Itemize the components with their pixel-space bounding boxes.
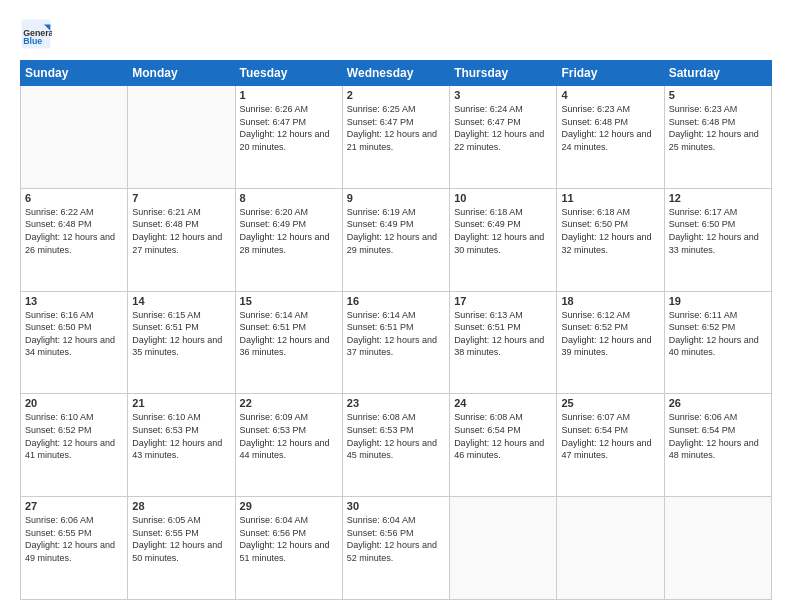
day-number: 6 bbox=[25, 192, 123, 204]
day-info: Sunrise: 6:10 AM Sunset: 6:53 PM Dayligh… bbox=[132, 411, 230, 461]
day-number: 12 bbox=[669, 192, 767, 204]
day-number: 9 bbox=[347, 192, 445, 204]
weekday-tuesday: Tuesday bbox=[235, 61, 342, 86]
day-info: Sunrise: 6:05 AM Sunset: 6:55 PM Dayligh… bbox=[132, 514, 230, 564]
day-number: 2 bbox=[347, 89, 445, 101]
day-number: 22 bbox=[240, 397, 338, 409]
calendar-cell: 20Sunrise: 6:10 AM Sunset: 6:52 PM Dayli… bbox=[21, 394, 128, 497]
calendar-cell: 12Sunrise: 6:17 AM Sunset: 6:50 PM Dayli… bbox=[664, 188, 771, 291]
day-info: Sunrise: 6:23 AM Sunset: 6:48 PM Dayligh… bbox=[561, 103, 659, 153]
week-row-2: 6Sunrise: 6:22 AM Sunset: 6:48 PM Daylig… bbox=[21, 188, 772, 291]
day-info: Sunrise: 6:14 AM Sunset: 6:51 PM Dayligh… bbox=[240, 309, 338, 359]
day-number: 19 bbox=[669, 295, 767, 307]
header: General Blue bbox=[20, 18, 772, 50]
calendar-cell bbox=[21, 86, 128, 189]
day-info: Sunrise: 6:26 AM Sunset: 6:47 PM Dayligh… bbox=[240, 103, 338, 153]
day-info: Sunrise: 6:21 AM Sunset: 6:48 PM Dayligh… bbox=[132, 206, 230, 256]
day-number: 7 bbox=[132, 192, 230, 204]
calendar-cell: 3Sunrise: 6:24 AM Sunset: 6:47 PM Daylig… bbox=[450, 86, 557, 189]
day-number: 5 bbox=[669, 89, 767, 101]
calendar-cell: 22Sunrise: 6:09 AM Sunset: 6:53 PM Dayli… bbox=[235, 394, 342, 497]
week-row-5: 27Sunrise: 6:06 AM Sunset: 6:55 PM Dayli… bbox=[21, 497, 772, 600]
day-number: 13 bbox=[25, 295, 123, 307]
calendar-cell: 2Sunrise: 6:25 AM Sunset: 6:47 PM Daylig… bbox=[342, 86, 449, 189]
day-number: 17 bbox=[454, 295, 552, 307]
week-row-3: 13Sunrise: 6:16 AM Sunset: 6:50 PM Dayli… bbox=[21, 291, 772, 394]
calendar-cell: 1Sunrise: 6:26 AM Sunset: 6:47 PM Daylig… bbox=[235, 86, 342, 189]
day-number: 27 bbox=[25, 500, 123, 512]
day-number: 23 bbox=[347, 397, 445, 409]
day-info: Sunrise: 6:16 AM Sunset: 6:50 PM Dayligh… bbox=[25, 309, 123, 359]
calendar-cell bbox=[664, 497, 771, 600]
day-info: Sunrise: 6:24 AM Sunset: 6:47 PM Dayligh… bbox=[454, 103, 552, 153]
day-number: 3 bbox=[454, 89, 552, 101]
calendar-cell: 28Sunrise: 6:05 AM Sunset: 6:55 PM Dayli… bbox=[128, 497, 235, 600]
calendar-cell: 4Sunrise: 6:23 AM Sunset: 6:48 PM Daylig… bbox=[557, 86, 664, 189]
day-info: Sunrise: 6:10 AM Sunset: 6:52 PM Dayligh… bbox=[25, 411, 123, 461]
week-row-4: 20Sunrise: 6:10 AM Sunset: 6:52 PM Dayli… bbox=[21, 394, 772, 497]
day-info: Sunrise: 6:04 AM Sunset: 6:56 PM Dayligh… bbox=[347, 514, 445, 564]
calendar-cell bbox=[128, 86, 235, 189]
day-info: Sunrise: 6:22 AM Sunset: 6:48 PM Dayligh… bbox=[25, 206, 123, 256]
day-number: 26 bbox=[669, 397, 767, 409]
weekday-header-row: SundayMondayTuesdayWednesdayThursdayFrid… bbox=[21, 61, 772, 86]
day-number: 24 bbox=[454, 397, 552, 409]
page: General Blue SundayMondayTuesdayWednesda… bbox=[0, 0, 792, 612]
day-info: Sunrise: 6:06 AM Sunset: 6:55 PM Dayligh… bbox=[25, 514, 123, 564]
day-info: Sunrise: 6:11 AM Sunset: 6:52 PM Dayligh… bbox=[669, 309, 767, 359]
day-number: 11 bbox=[561, 192, 659, 204]
weekday-wednesday: Wednesday bbox=[342, 61, 449, 86]
calendar-cell: 15Sunrise: 6:14 AM Sunset: 6:51 PM Dayli… bbox=[235, 291, 342, 394]
calendar-cell: 23Sunrise: 6:08 AM Sunset: 6:53 PM Dayli… bbox=[342, 394, 449, 497]
calendar-cell: 5Sunrise: 6:23 AM Sunset: 6:48 PM Daylig… bbox=[664, 86, 771, 189]
calendar-cell: 9Sunrise: 6:19 AM Sunset: 6:49 PM Daylig… bbox=[342, 188, 449, 291]
day-number: 15 bbox=[240, 295, 338, 307]
day-info: Sunrise: 6:12 AM Sunset: 6:52 PM Dayligh… bbox=[561, 309, 659, 359]
day-number: 4 bbox=[561, 89, 659, 101]
day-info: Sunrise: 6:15 AM Sunset: 6:51 PM Dayligh… bbox=[132, 309, 230, 359]
calendar-cell: 8Sunrise: 6:20 AM Sunset: 6:49 PM Daylig… bbox=[235, 188, 342, 291]
day-info: Sunrise: 6:18 AM Sunset: 6:49 PM Dayligh… bbox=[454, 206, 552, 256]
calendar-cell: 25Sunrise: 6:07 AM Sunset: 6:54 PM Dayli… bbox=[557, 394, 664, 497]
calendar-cell: 7Sunrise: 6:21 AM Sunset: 6:48 PM Daylig… bbox=[128, 188, 235, 291]
calendar-cell: 24Sunrise: 6:08 AM Sunset: 6:54 PM Dayli… bbox=[450, 394, 557, 497]
day-info: Sunrise: 6:13 AM Sunset: 6:51 PM Dayligh… bbox=[454, 309, 552, 359]
calendar-cell: 29Sunrise: 6:04 AM Sunset: 6:56 PM Dayli… bbox=[235, 497, 342, 600]
day-info: Sunrise: 6:18 AM Sunset: 6:50 PM Dayligh… bbox=[561, 206, 659, 256]
day-info: Sunrise: 6:17 AM Sunset: 6:50 PM Dayligh… bbox=[669, 206, 767, 256]
calendar-cell: 13Sunrise: 6:16 AM Sunset: 6:50 PM Dayli… bbox=[21, 291, 128, 394]
day-info: Sunrise: 6:06 AM Sunset: 6:54 PM Dayligh… bbox=[669, 411, 767, 461]
day-number: 30 bbox=[347, 500, 445, 512]
calendar-cell: 19Sunrise: 6:11 AM Sunset: 6:52 PM Dayli… bbox=[664, 291, 771, 394]
calendar-cell: 30Sunrise: 6:04 AM Sunset: 6:56 PM Dayli… bbox=[342, 497, 449, 600]
calendar-cell bbox=[450, 497, 557, 600]
calendar-cell bbox=[557, 497, 664, 600]
day-number: 20 bbox=[25, 397, 123, 409]
day-number: 14 bbox=[132, 295, 230, 307]
day-number: 10 bbox=[454, 192, 552, 204]
day-info: Sunrise: 6:14 AM Sunset: 6:51 PM Dayligh… bbox=[347, 309, 445, 359]
day-info: Sunrise: 6:09 AM Sunset: 6:53 PM Dayligh… bbox=[240, 411, 338, 461]
day-info: Sunrise: 6:20 AM Sunset: 6:49 PM Dayligh… bbox=[240, 206, 338, 256]
calendar-cell: 14Sunrise: 6:15 AM Sunset: 6:51 PM Dayli… bbox=[128, 291, 235, 394]
day-number: 8 bbox=[240, 192, 338, 204]
logo-icon: General Blue bbox=[20, 18, 52, 50]
calendar-cell: 18Sunrise: 6:12 AM Sunset: 6:52 PM Dayli… bbox=[557, 291, 664, 394]
weekday-saturday: Saturday bbox=[664, 61, 771, 86]
calendar-cell: 11Sunrise: 6:18 AM Sunset: 6:50 PM Dayli… bbox=[557, 188, 664, 291]
logo: General Blue bbox=[20, 18, 56, 50]
day-number: 28 bbox=[132, 500, 230, 512]
day-info: Sunrise: 6:23 AM Sunset: 6:48 PM Dayligh… bbox=[669, 103, 767, 153]
weekday-friday: Friday bbox=[557, 61, 664, 86]
calendar-cell: 10Sunrise: 6:18 AM Sunset: 6:49 PM Dayli… bbox=[450, 188, 557, 291]
day-info: Sunrise: 6:08 AM Sunset: 6:54 PM Dayligh… bbox=[454, 411, 552, 461]
calendar-cell: 16Sunrise: 6:14 AM Sunset: 6:51 PM Dayli… bbox=[342, 291, 449, 394]
day-number: 21 bbox=[132, 397, 230, 409]
day-number: 29 bbox=[240, 500, 338, 512]
day-info: Sunrise: 6:08 AM Sunset: 6:53 PM Dayligh… bbox=[347, 411, 445, 461]
weekday-monday: Monday bbox=[128, 61, 235, 86]
day-number: 16 bbox=[347, 295, 445, 307]
svg-text:Blue: Blue bbox=[23, 36, 42, 46]
weekday-sunday: Sunday bbox=[21, 61, 128, 86]
day-number: 18 bbox=[561, 295, 659, 307]
